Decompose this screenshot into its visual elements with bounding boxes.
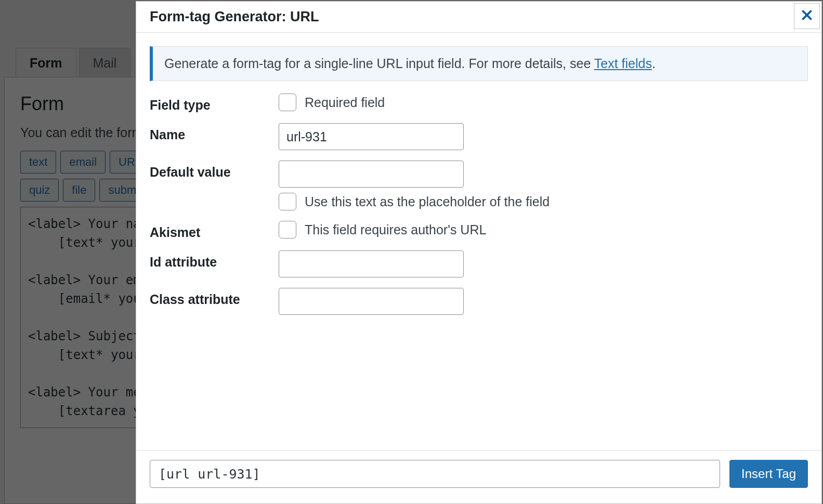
insert-tag-button[interactable]: Insert Tag — [729, 460, 808, 488]
modal-title: Form-tag Generator: URL — [150, 9, 319, 25]
id-attribute-label: Id attribute — [150, 250, 279, 270]
id-attribute-input[interactable] — [279, 250, 464, 277]
akismet-check-label: This field requires author's URL — [305, 222, 486, 237]
class-attribute-label: Class attribute — [150, 288, 279, 307]
default-value-input[interactable] — [279, 161, 464, 188]
placeholder-label: Use this text as the placeholder of the … — [305, 194, 550, 209]
close-icon — [800, 8, 814, 24]
name-input[interactable] — [279, 123, 464, 150]
default-value-label: Default value — [150, 161, 279, 180]
form-tag-generator-modal: Form-tag Generator: URL Generate a form-… — [136, 1, 822, 504]
name-label: Name — [150, 123, 279, 142]
class-attribute-input[interactable] — [279, 288, 464, 315]
help-link[interactable]: Text fields — [594, 56, 652, 71]
close-button[interactable] — [794, 3, 820, 29]
required-checkbox[interactable] — [279, 94, 296, 111]
placeholder-checkbox[interactable] — [279, 193, 296, 210]
tag-output-field[interactable] — [150, 460, 720, 488]
required-label: Required field — [305, 95, 385, 110]
help-text: Generate a form-tag for a single-line UR… — [150, 46, 808, 81]
akismet-label: Akismet — [150, 221, 279, 240]
field-type-label: Field type — [150, 94, 279, 113]
akismet-checkbox[interactable] — [279, 221, 296, 238]
